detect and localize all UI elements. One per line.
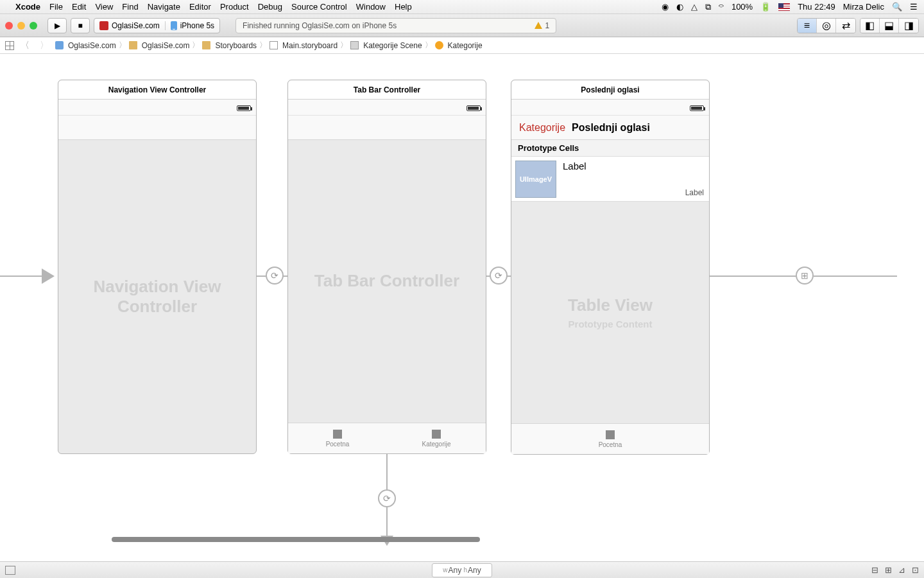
tab-icon bbox=[432, 430, 441, 439]
crumb-5[interactable]: Kategorije bbox=[448, 41, 483, 50]
battery-text[interactable]: 100% bbox=[732, 2, 753, 12]
menu-view[interactable]: View bbox=[95, 2, 113, 12]
battery-icon bbox=[237, 105, 251, 111]
viber-icon[interactable]: ◉ bbox=[662, 2, 669, 12]
toggle-utilities-icon[interactable]: ◨ bbox=[899, 19, 918, 33]
cell-detail-label: Label bbox=[685, 188, 704, 197]
crumb-0[interactable]: OglasiSe.com bbox=[68, 41, 116, 50]
close-button[interactable] bbox=[5, 22, 13, 30]
crumb-1[interactable]: OglasiSe.com bbox=[142, 41, 190, 50]
resize-icon[interactable]: ⊡ bbox=[912, 565, 919, 575]
cell-main-label: Label bbox=[563, 161, 586, 197]
tab-item-pocetna[interactable]: Pocetna bbox=[511, 424, 709, 454]
stop-button[interactable]: ■ bbox=[71, 18, 90, 33]
menu-find[interactable]: Find bbox=[122, 2, 138, 12]
menu-window[interactable]: Window bbox=[356, 2, 386, 12]
forward-button[interactable]: 〉 bbox=[36, 40, 53, 51]
horizontal-scrollbar[interactable] bbox=[112, 537, 480, 542]
scheme-device: iPhone 5s bbox=[180, 21, 214, 30]
navigation-controller-scene[interactable]: Navigation View Controller Navigation Vi… bbox=[58, 80, 257, 454]
storyboard-canvas[interactable]: Navigation View Controller Navigation Vi… bbox=[0, 54, 924, 561]
warning-icon bbox=[535, 22, 542, 29]
tab-icon bbox=[606, 430, 615, 439]
panel-toggle-segment[interactable]: ◧ ⬓ ◨ bbox=[860, 18, 919, 33]
crumb-3[interactable]: Main.storyboard bbox=[282, 41, 338, 50]
folder-icon bbox=[129, 41, 137, 49]
toggle-debug-icon[interactable]: ⬓ bbox=[880, 19, 899, 33]
wifi-icon[interactable]: ⌔ bbox=[719, 2, 724, 12]
warning-count: 1 bbox=[545, 21, 549, 30]
clock[interactable]: Thu 22:49 bbox=[798, 2, 835, 12]
menu-help[interactable]: Help bbox=[395, 2, 412, 12]
nav-title: Poslednji oglasi bbox=[572, 122, 650, 134]
spotlight-icon[interactable]: 🔍 bbox=[892, 2, 902, 12]
tableview-placeholder: Table View bbox=[568, 295, 653, 315]
project-icon bbox=[55, 41, 64, 49]
editor-mode-segment[interactable]: ≡ ◎ ⇄ bbox=[797, 18, 856, 33]
uiimageview-placeholder: UIImageV bbox=[515, 161, 556, 198]
menu-product[interactable]: Product bbox=[220, 2, 249, 12]
pin-icon[interactable]: ⊞ bbox=[885, 565, 892, 575]
notification-center-icon[interactable]: ☰ bbox=[910, 2, 918, 12]
toggle-navigator-icon[interactable]: ◧ bbox=[860, 19, 880, 33]
flag-icon[interactable] bbox=[778, 3, 790, 11]
size-h: Any bbox=[468, 566, 481, 575]
menu-navigate[interactable]: Navigate bbox=[148, 2, 180, 12]
resolve-icon[interactable]: ⊿ bbox=[898, 565, 905, 575]
scheme-selector[interactable]: OglasiSe.com iPhone 5s bbox=[94, 18, 220, 33]
xcode-toolbar: ▶ ■ OglasiSe.com iPhone 5s Finished runn… bbox=[0, 14, 924, 37]
crumb-2[interactable]: Storyboards bbox=[215, 41, 257, 50]
crumb-4[interactable]: Kategorije Scene bbox=[363, 41, 422, 50]
related-items-icon[interactable] bbox=[5, 41, 14, 50]
battery-icon bbox=[466, 105, 481, 111]
mac-menubar: Xcode File Edit View Find Navigate Edito… bbox=[0, 0, 924, 14]
battery-icon bbox=[690, 105, 704, 111]
dnd-icon[interactable]: ◐ bbox=[676, 2, 683, 12]
prototype-header: Prototype Cells bbox=[511, 140, 709, 157]
size-w: Any bbox=[448, 566, 461, 575]
placeholder-text: Tab Bar Controller bbox=[314, 271, 459, 291]
outline-toggle-icon[interactable] bbox=[5, 566, 15, 575]
battery-icon[interactable]: 🔋 bbox=[760, 2, 771, 12]
status-text: Finished running OglasiSe.com on iPhone … bbox=[243, 21, 397, 30]
menu-debug[interactable]: Debug bbox=[258, 2, 282, 12]
device-icon bbox=[171, 21, 177, 30]
storyboard-icon bbox=[270, 41, 278, 49]
displays-icon[interactable]: ⧉ bbox=[705, 2, 711, 12]
zoom-button[interactable] bbox=[30, 22, 37, 30]
scheme-app-icon bbox=[99, 21, 108, 30]
drive-icon[interactable]: △ bbox=[691, 2, 697, 12]
menu-file[interactable]: File bbox=[49, 2, 63, 12]
nav-back-item[interactable]: Kategorije bbox=[519, 122, 565, 134]
app-name[interactable]: Xcode bbox=[15, 2, 40, 12]
size-class-selector[interactable]: wAny hAny bbox=[432, 563, 492, 577]
menu-editor[interactable]: Editor bbox=[189, 2, 211, 12]
standard-editor-icon[interactable]: ≡ bbox=[798, 19, 817, 33]
window-controls bbox=[5, 22, 37, 30]
tab-icon bbox=[333, 430, 342, 439]
scene-icon bbox=[350, 41, 359, 49]
tab-bar-controller-scene[interactable]: Tab Bar Controller Tab Bar Controller Po… bbox=[287, 80, 486, 454]
scene-title: Navigation View Controller bbox=[58, 80, 256, 100]
assistant-editor-icon[interactable]: ◎ bbox=[817, 19, 836, 33]
table-view-controller-scene[interactable]: Poslednji oglasi Kategorije Poslednji og… bbox=[511, 80, 710, 455]
align-icon[interactable]: ⊟ bbox=[871, 565, 878, 575]
segue-icon[interactable]: ⟳ bbox=[490, 267, 508, 285]
tab-item-kategorije[interactable]: Kategorije bbox=[387, 423, 486, 453]
menu-edit[interactable]: Edit bbox=[72, 2, 86, 12]
activity-status[interactable]: Finished running OglasiSe.com on iPhone … bbox=[235, 18, 556, 33]
user-name[interactable]: Mirza Delic bbox=[843, 2, 884, 12]
jump-bar: 〈 〉 OglasiSe.com〉 OglasiSe.com〉 Storyboa… bbox=[0, 37, 924, 54]
segue-icon[interactable]: ⟳ bbox=[266, 267, 284, 285]
run-button[interactable]: ▶ bbox=[47, 18, 67, 33]
version-editor-icon[interactable]: ⇄ bbox=[836, 19, 855, 33]
segue-icon[interactable]: ⟳ bbox=[378, 489, 396, 507]
tab-item-pocetna[interactable]: Pocetna bbox=[288, 423, 387, 453]
prototype-cell[interactable]: UIImageV Label Label bbox=[511, 157, 709, 202]
menu-source-control[interactable]: Source Control bbox=[291, 2, 347, 12]
folder-icon bbox=[202, 41, 210, 49]
placeholder-text: Navigation View Controller bbox=[58, 277, 256, 317]
minimize-button[interactable] bbox=[17, 22, 25, 30]
segue-icon[interactable]: ⊞ bbox=[796, 267, 814, 285]
back-button[interactable]: 〈 bbox=[17, 40, 33, 51]
